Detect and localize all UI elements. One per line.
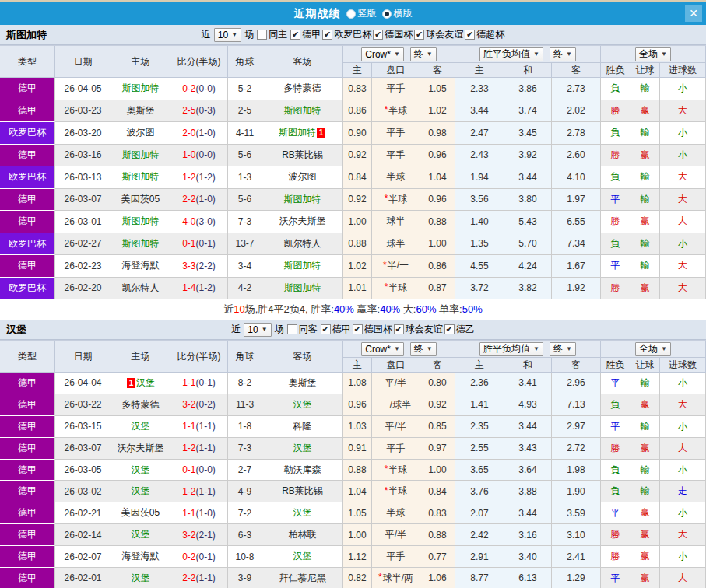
col-corner: 角球 bbox=[228, 46, 262, 78]
avg-draw-odds: 4.93 bbox=[504, 394, 552, 416]
result-goals: 小 bbox=[660, 546, 706, 568]
chevron-down-icon: ▼ bbox=[427, 51, 433, 58]
result-handicap: 赢 bbox=[630, 502, 660, 524]
crown-home-odds: 1.01 bbox=[343, 278, 372, 300]
score-cell: 2-2(1-0) bbox=[170, 189, 228, 212]
radio-unselected-icon[interactable] bbox=[346, 9, 356, 19]
final-odds-select[interactable]: 终▼ bbox=[410, 342, 437, 356]
crown-home-odds: 1.08 bbox=[343, 373, 372, 394]
league-checkbox[interactable]: ✔德甲 bbox=[321, 323, 351, 336]
away-team-cell: 科隆 bbox=[262, 416, 343, 438]
crown-home-odds: 0.90 bbox=[343, 122, 372, 145]
games-count-select[interactable]: 10 ▼ bbox=[244, 323, 271, 337]
checkbox-icon[interactable]: ✔ bbox=[321, 324, 331, 334]
result-handicap: 赢 bbox=[630, 100, 660, 123]
title-bar: 近期战绩 竖版 横版 ✕ bbox=[0, 2, 706, 25]
games-count-select[interactable]: 10 ▼ bbox=[214, 28, 241, 42]
half-time-score: (1-0) bbox=[196, 128, 216, 138]
same-venue-checkbox[interactable]: 同客 bbox=[287, 323, 318, 336]
avg-odds-group: 胜平负均值▼ 终▼ bbox=[455, 46, 601, 63]
checkbox-icon[interactable]: ✔ bbox=[414, 30, 424, 40]
league-checkbox[interactable]: ✔球会友谊 bbox=[394, 323, 443, 336]
league-checkbox[interactable]: ✔德超杯 bbox=[465, 28, 504, 41]
checkbox-icon[interactable]: ✔ bbox=[290, 30, 300, 40]
final-odds-select[interactable]: 终▼ bbox=[550, 47, 576, 61]
score-cell: 1-1(0-1) bbox=[170, 373, 228, 394]
summary-text: 40% bbox=[380, 303, 400, 315]
half-time-score: (0-2) bbox=[196, 399, 216, 410]
radio-vertical-label[interactable]: 竖版 bbox=[358, 7, 377, 20]
avg-draw-odds: 3.16 bbox=[504, 524, 552, 546]
date-cell: 26-02-01 bbox=[55, 568, 111, 588]
score-cell: 3-3(2-2) bbox=[170, 255, 228, 278]
score-cell: 3-2(2-1) bbox=[170, 524, 228, 546]
team-name: 汉堡 bbox=[136, 376, 155, 390]
final-odds-select[interactable]: 终▼ bbox=[410, 47, 437, 61]
home-team-cell: 波尔图 bbox=[111, 122, 170, 145]
checkbox-icon[interactable]: ✔ bbox=[394, 324, 404, 334]
final-odds-select[interactable]: 终▼ bbox=[550, 342, 576, 356]
competition-cell: 德甲 bbox=[0, 524, 55, 546]
date-cell: 26-03-05 bbox=[55, 460, 111, 481]
close-button[interactable]: ✕ bbox=[685, 5, 702, 22]
league-checkbox[interactable]: ✔德甲 bbox=[290, 28, 321, 41]
avg-draw-odds: 3.45 bbox=[504, 122, 552, 145]
score-cell: 0-1(0-0) bbox=[170, 460, 228, 481]
result-goals: 大 bbox=[660, 255, 706, 278]
checkbox-icon[interactable]: ✔ bbox=[465, 30, 475, 40]
bookmaker-select[interactable]: Crow*▼ bbox=[361, 342, 404, 356]
avg-odds-select[interactable]: 胜平负均值▼ bbox=[479, 47, 543, 61]
league-checkbox[interactable]: ✔德国杯 bbox=[353, 323, 392, 336]
radio-horizontal-label[interactable]: 横版 bbox=[394, 7, 413, 20]
radio-selected-icon[interactable] bbox=[382, 9, 392, 19]
date-cell: 26-04-05 bbox=[55, 78, 111, 100]
full-match-select[interactable]: 全场▼ bbox=[635, 47, 671, 61]
radio-horizontal-layout[interactable]: 横版 bbox=[382, 7, 413, 20]
team-name: 汉堡 bbox=[132, 420, 150, 433]
same-venue-checkbox[interactable]: 同主 bbox=[257, 28, 287, 41]
league-checkbox[interactable]: ✔德国杯 bbox=[373, 28, 413, 41]
col-avg-draw: 和 bbox=[504, 358, 552, 373]
avg-away-odds: 1.92 bbox=[552, 278, 601, 300]
checkbox-icon[interactable]: ✔ bbox=[444, 324, 455, 334]
avg-draw-odds: 3.44 bbox=[504, 416, 552, 438]
competition-cell: 德甲 bbox=[0, 145, 55, 167]
league-label: 德超杯 bbox=[476, 28, 504, 41]
avg-odds-select[interactable]: 胜平负均值▼ bbox=[479, 342, 543, 356]
checkbox-icon[interactable] bbox=[287, 324, 297, 334]
corner-cell: 2-5 bbox=[228, 100, 262, 123]
checkbox-icon[interactable]: ✔ bbox=[373, 30, 383, 40]
team-name: 斯图加特 bbox=[284, 104, 321, 117]
handicap-text: 平手 bbox=[387, 126, 406, 139]
league-checkbox[interactable]: ✔欧罗巴杯 bbox=[322, 28, 371, 41]
avg-home-odds: 2.33 bbox=[455, 78, 504, 100]
score-cell: 0-2(0-1) bbox=[170, 546, 228, 568]
avg-home-odds: 3.72 bbox=[455, 278, 504, 300]
full-time-score: 1-2 bbox=[182, 486, 195, 497]
home-team-cell: 汉堡 bbox=[111, 524, 170, 546]
bookmaker-select[interactable]: Crow*▼ bbox=[361, 47, 404, 61]
checkbox-icon[interactable]: ✔ bbox=[322, 30, 332, 40]
crown-home-odds: 0.96 bbox=[343, 394, 372, 416]
crown-home-odds: 1.12 bbox=[343, 546, 372, 568]
full-time-score: 0-1 bbox=[182, 464, 195, 475]
avg-draw-odds: 3.88 bbox=[504, 481, 552, 502]
league-checkbox[interactable]: ✔德乙 bbox=[444, 323, 475, 336]
avg-away-odds: 2.97 bbox=[552, 416, 601, 438]
avg-odds-group: 胜平负均值▼ 终▼ bbox=[455, 341, 601, 358]
full-match-select[interactable]: 全场▼ bbox=[635, 342, 671, 356]
radio-vertical-layout[interactable]: 竖版 bbox=[346, 7, 377, 20]
checkbox-icon[interactable] bbox=[257, 30, 267, 40]
corner-cell: 5-2 bbox=[228, 78, 262, 100]
league-checkbox[interactable]: ✔球会友谊 bbox=[414, 28, 463, 41]
col-winloss: 胜负 bbox=[601, 358, 630, 373]
games-label: 场 bbox=[275, 323, 284, 336]
team-name: 斯图加特 bbox=[122, 170, 160, 184]
chevron-down-icon: ▼ bbox=[533, 345, 539, 352]
home-team-cell: 斯图加特 bbox=[111, 78, 170, 100]
col-avg-home: 主 bbox=[455, 63, 504, 78]
avg-away-odds: 3.59 bbox=[552, 502, 601, 524]
avg-home-odds: 2.42 bbox=[455, 524, 504, 546]
checkbox-icon[interactable]: ✔ bbox=[353, 324, 363, 334]
crown-odds-group: Crow*▼ 终▼ bbox=[343, 46, 455, 63]
